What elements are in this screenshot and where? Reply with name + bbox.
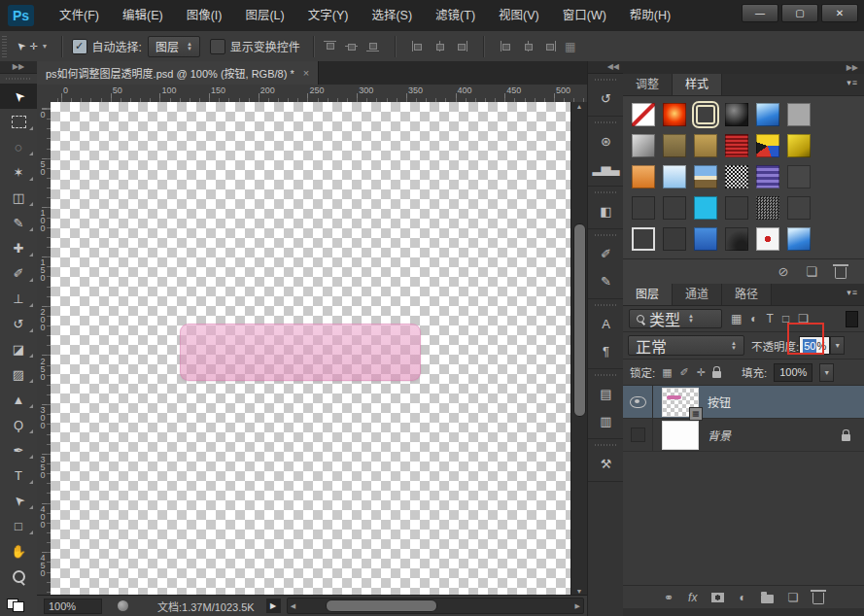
lock-paint-icon[interactable]: ✐: [680, 366, 689, 379]
align-vertical-centers-icon[interactable]: [345, 41, 358, 51]
status-flyout-arrow-icon[interactable]: ▶: [266, 599, 281, 613]
menu-item[interactable]: 选择(S): [360, 0, 424, 31]
vertical-scrollbar-thumb[interactable]: [573, 223, 586, 417]
blur-tool[interactable]: ▲: [0, 387, 37, 412]
styles-tab[interactable]: 样式: [673, 74, 722, 95]
crop-tool[interactable]: ◫: [0, 185, 37, 210]
layers-tab[interactable]: 路径: [722, 284, 772, 305]
style-swatch-sunset-landscape[interactable]: [694, 165, 717, 188]
panel-resize-strip[interactable]: [623, 608, 864, 616]
style-swatch-gold[interactable]: [694, 134, 717, 157]
style-swatch-black-glossy[interactable]: [725, 103, 748, 126]
dock-grip[interactable]: [595, 302, 616, 307]
style-swatch-red-glow[interactable]: [663, 103, 686, 126]
properties-panel-icon[interactable]: ◧: [588, 197, 623, 224]
menu-item[interactable]: 帮助(H): [618, 0, 682, 31]
align-bottom-edges-icon[interactable]: [366, 41, 379, 51]
scroll-up-arrow-icon[interactable]: ▲: [571, 103, 587, 110]
opacity-dropdown-arrow[interactable]: ▼: [830, 336, 845, 355]
character-panel-icon[interactable]: A: [588, 310, 623, 337]
pen-tool[interactable]: ✒: [0, 437, 37, 462]
filter-adjustment-layers-icon[interactable]: ◐: [750, 312, 757, 325]
dock-grip[interactable]: [595, 120, 616, 124]
minimize-button[interactable]: —: [742, 4, 778, 22]
zoom-tool[interactable]: [0, 564, 37, 589]
brush-tool[interactable]: ✐: [0, 260, 37, 286]
style-swatch-dark-flat-2[interactable]: [663, 227, 686, 251]
pink-button-layer-shape[interactable]: [180, 324, 421, 381]
layer-name[interactable]: 按钮: [708, 394, 731, 410]
filter-pixel-layers-icon[interactable]: ▦: [731, 312, 742, 325]
eye-icon[interactable]: [630, 396, 646, 408]
horizontal-scrollbar-thumb[interactable]: [326, 599, 437, 612]
distribute-horizontal-centers-icon[interactable]: [522, 41, 535, 51]
layer-filter-dropdown[interactable]: 类型 ▲▼: [629, 309, 722, 328]
style-swatch-white-red-dot[interactable]: [756, 227, 779, 251]
vertical-scrollbar[interactable]: ▲ ▼: [570, 102, 587, 596]
move-tool-options-icon[interactable]: ➤ ✛ ▼: [11, 40, 54, 52]
menu-item[interactable]: 文字(Y): [296, 0, 361, 31]
style-swatch-gray-gradient[interactable]: [632, 134, 655, 157]
style-swatch-orange-gradient[interactable]: [632, 165, 655, 188]
layer-row[interactable]: ▦按钮: [623, 386, 864, 419]
layers-tab[interactable]: 图层: [623, 284, 673, 305]
horizontal-ruler[interactable]: 050100150200250300350400450500: [51, 85, 587, 103]
menu-item[interactable]: 视图(V): [487, 0, 551, 31]
align-left-edges-icon[interactable]: [412, 41, 425, 51]
menu-item[interactable]: 滤镜(T): [424, 0, 487, 31]
adjustment-layer-icon[interactable]: ◐: [739, 591, 745, 604]
style-swatch-cream-outline-selected[interactable]: [694, 103, 717, 126]
style-swatch-purple-stripes[interactable]: [756, 165, 779, 188]
brush-presets-panel-icon[interactable]: ✎: [588, 267, 623, 294]
style-swatch-dark-outline-2[interactable]: [663, 196, 686, 220]
tab-close-icon[interactable]: ×: [303, 67, 309, 79]
layer-comps-panel-icon[interactable]: ▤: [588, 380, 623, 407]
scroll-down-arrow-icon[interactable]: ▼: [571, 588, 587, 595]
hand-tool[interactable]: ✋: [0, 538, 37, 564]
toolbar-collapse-button[interactable]: ▶▶: [0, 61, 37, 74]
history-panel-icon[interactable]: ↺: [588, 85, 623, 112]
paragraph-panel-icon[interactable]: ¶: [588, 337, 623, 364]
distribute-right-edges-icon[interactable]: [543, 41, 556, 51]
panels-collapse-button[interactable]: ▶▶: [623, 61, 864, 75]
style-swatch-dither[interactable]: [756, 196, 779, 220]
style-swatch-dark-shadowed[interactable]: [725, 227, 748, 251]
dodge-tool[interactable]: Ϙ: [0, 412, 37, 437]
menu-item[interactable]: 编辑(E): [111, 0, 175, 31]
navigator-panel-icon[interactable]: ⊛: [588, 127, 623, 154]
auto-select-target-dropdown[interactable]: 图层 ▲▼: [148, 36, 200, 57]
background-color-swatch[interactable]: [13, 601, 24, 612]
panel-menu-icon[interactable]: ▾≡: [847, 78, 858, 87]
link-layers-icon[interactable]: ⚭: [664, 591, 674, 604]
dock-grip[interactable]: [595, 232, 616, 237]
blend-mode-dropdown[interactable]: 正常 ▲▼: [628, 335, 744, 356]
style-swatch-dark-flat[interactable]: [787, 196, 811, 220]
show-transform-checkbox[interactable]: [210, 39, 225, 54]
lock-position-icon[interactable]: ✛: [697, 366, 706, 379]
history-brush-tool[interactable]: ↺: [0, 311, 37, 336]
foreground-background-colors[interactable]: [7, 599, 24, 612]
vertical-ruler[interactable]: 050100150200250300350400450: [37, 102, 52, 596]
filter-type-layers-icon[interactable]: T: [767, 312, 774, 325]
style-swatch-red-stripes[interactable]: [725, 134, 748, 157]
clone-stamp-tool[interactable]: ⊥: [0, 286, 37, 311]
eye-hidden-box[interactable]: [631, 428, 645, 442]
histogram-panel-icon[interactable]: ▂▅▃: [588, 154, 623, 182]
menu-item[interactable]: 图层(L): [233, 0, 295, 31]
new-layer-icon[interactable]: ❏: [788, 591, 799, 604]
rectangle-tool[interactable]: □: [0, 513, 37, 538]
menu-item[interactable]: 窗口(W): [551, 0, 618, 31]
style-swatch-dark-outline-1[interactable]: [632, 196, 655, 220]
fill-dropdown-arrow[interactable]: ▼: [819, 363, 834, 382]
document-tab[interactable]: ps如何调整图层透明度.psd @ 100% (按钮, RGB/8) * ×: [37, 61, 319, 85]
layers-tab[interactable]: 通道: [673, 284, 722, 305]
layer-row[interactable]: 背景: [623, 419, 864, 452]
eraser-tool[interactable]: ◪: [0, 336, 37, 361]
brush-panel-icon[interactable]: ✐: [588, 240, 623, 267]
style-swatch-no-style[interactable]: [632, 103, 655, 126]
layer-thumbnail[interactable]: ▦: [662, 388, 699, 417]
lock-transparency-icon[interactable]: ▦: [662, 366, 672, 379]
align-right-edges-icon[interactable]: [455, 41, 467, 51]
style-swatch-cyan[interactable]: [694, 196, 717, 220]
lock-all-icon[interactable]: [712, 371, 721, 378]
